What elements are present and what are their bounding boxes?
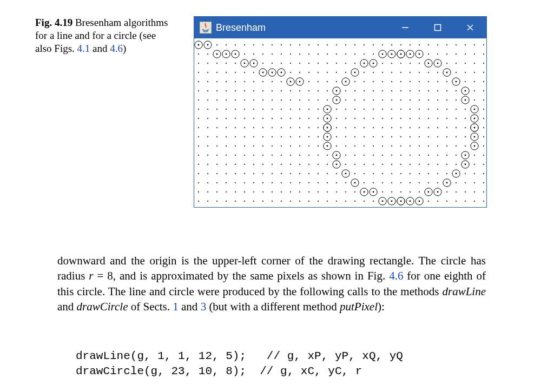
svg-point-225: [456, 99, 457, 101]
svg-point-518: [207, 191, 208, 192]
svg-point-50: [318, 54, 319, 55]
svg-point-678: [437, 191, 439, 193]
svg-point-451: [474, 164, 475, 165]
svg-point-672: [336, 164, 338, 165]
svg-point-433: [308, 164, 309, 165]
close-button[interactable]: [454, 17, 486, 38]
svg-point-55: [364, 54, 365, 55]
svg-point-53: [345, 54, 346, 55]
svg-point-197: [198, 99, 199, 101]
svg-point-438: [354, 164, 355, 165]
svg-point-202: [244, 99, 245, 101]
svg-point-314: [391, 127, 392, 128]
svg-point-34: [465, 44, 466, 45]
minimize-icon: [401, 24, 409, 31]
svg-point-216: [373, 99, 374, 101]
svg-point-646: [419, 201, 420, 202]
caption-link-fig-4-1[interactable]: 4.1: [77, 43, 90, 54]
svg-point-447: [437, 164, 438, 165]
svg-point-67: [474, 54, 475, 55]
svg-point-329: [235, 136, 236, 137]
svg-point-389: [198, 155, 199, 156]
svg-point-32: [446, 44, 447, 45]
svg-point-322: [465, 127, 466, 128]
svg-point-235: [253, 109, 254, 110]
svg-point-49: [308, 54, 309, 55]
method-drawcircle: drawCircle: [77, 300, 128, 313]
svg-point-293: [198, 127, 199, 128]
svg-point-488: [226, 182, 227, 183]
svg-point-373: [345, 145, 346, 147]
svg-point-496: [299, 182, 300, 183]
svg-point-517: [198, 191, 199, 192]
svg-point-524: [262, 191, 263, 192]
svg-point-305: [308, 127, 309, 128]
bresenham-window: Bresenham: [194, 16, 487, 208]
svg-point-493: [272, 182, 273, 183]
svg-point-359: [216, 145, 217, 147]
svg-point-229: [198, 109, 199, 110]
svg-point-304: [299, 127, 300, 128]
svg-point-384: [446, 145, 447, 147]
svg-point-121: [382, 72, 383, 73]
svg-point-157: [419, 81, 420, 82]
svg-point-400: [299, 155, 300, 156]
svg-point-122: [391, 72, 392, 73]
svg-point-141: [272, 81, 273, 82]
svg-point-168: [226, 90, 227, 91]
svg-point-574: [428, 201, 429, 202]
body-link-sect-1[interactable]: 1: [173, 300, 179, 313]
svg-point-166: [207, 90, 208, 91]
svg-point-191: [437, 90, 438, 91]
maximize-button[interactable]: [421, 17, 454, 38]
svg-point-380: [410, 145, 411, 147]
svg-point-68: [483, 54, 484, 55]
svg-point-320: [446, 127, 447, 128]
svg-point-96: [446, 63, 447, 64]
window-title: Bresenham: [216, 22, 266, 34]
svg-point-198: [207, 99, 208, 101]
svg-point-217: [382, 99, 383, 101]
svg-point-548: [483, 191, 484, 192]
svg-point-392: [226, 155, 227, 156]
minimize-button[interactable]: [389, 17, 421, 38]
svg-point-405: [345, 155, 346, 156]
svg-point-82: [318, 63, 319, 64]
svg-point-500: [336, 182, 337, 183]
svg-point-258: [465, 109, 466, 110]
svg-point-133: [198, 81, 199, 82]
svg-point-238: [281, 109, 282, 110]
svg-point-529: [308, 191, 309, 192]
svg-point-54: [354, 54, 355, 55]
body-link-fig-4-6[interactable]: 4.6: [389, 269, 403, 282]
svg-point-391: [216, 155, 217, 156]
svg-point-376: [373, 145, 374, 147]
svg-point-648: [382, 201, 384, 202]
svg-point-187: [400, 90, 401, 91]
svg-point-340: [336, 136, 337, 137]
svg-point-112: [299, 72, 300, 73]
svg-point-81: [308, 63, 309, 64]
svg-point-263: [216, 118, 217, 119]
svg-point-443: [400, 164, 401, 165]
svg-point-459: [253, 173, 254, 174]
svg-point-421: [198, 164, 199, 165]
svg-point-308: [336, 127, 337, 128]
svg-point-227: [474, 99, 475, 101]
body-link-sect-3[interactable]: 3: [201, 300, 207, 313]
svg-point-624: [327, 136, 328, 138]
svg-point-303: [290, 127, 291, 128]
svg-point-285: [419, 118, 420, 119]
svg-point-91: [400, 63, 401, 64]
caption-link-fig-4-6[interactable]: 4.6: [110, 43, 123, 54]
svg-point-406: [354, 155, 355, 156]
svg-point-487: [216, 182, 217, 183]
svg-point-558: [281, 201, 282, 202]
svg-point-632: [391, 201, 393, 202]
svg-point-682: [437, 63, 439, 64]
svg-point-78: [281, 63, 282, 64]
svg-point-338: [318, 136, 319, 137]
svg-point-26: [391, 44, 392, 45]
svg-point-193: [456, 90, 457, 91]
svg-point-428: [262, 164, 263, 165]
